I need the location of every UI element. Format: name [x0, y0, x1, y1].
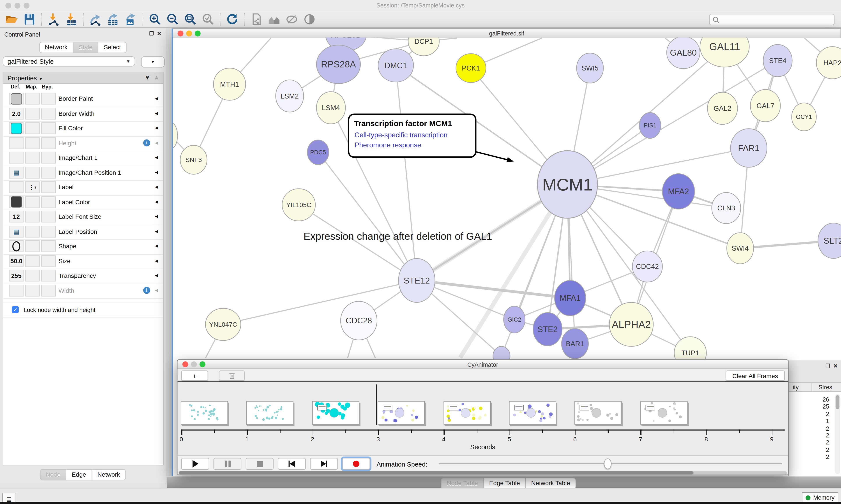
animation-speed-slider[interactable]: [439, 463, 782, 464]
byp-cell[interactable]: [41, 181, 56, 193]
network-node-PDC5[interactable]: PDC5: [307, 140, 329, 165]
def-cell[interactable]: [9, 122, 24, 134]
expand-row-icon[interactable]: ◀: [155, 184, 158, 189]
network-node-DMC1[interactable]: DMC1: [378, 49, 414, 82]
open-session-button[interactable]: [4, 12, 19, 27]
column-ity[interactable]: ity: [793, 384, 799, 390]
network-node-STE12[interactable]: STE12: [399, 258, 435, 302]
network-node-YNL047C[interactable]: YNL047C: [205, 308, 241, 340]
expand-row-icon[interactable]: ◀: [155, 111, 158, 115]
map-cell[interactable]: [25, 226, 40, 237]
def-cell[interactable]: [9, 196, 24, 208]
timeline-frame-1[interactable]: [246, 401, 294, 425]
play-button[interactable]: [181, 458, 209, 470]
annotation-link[interactable]: Pheromone response: [355, 141, 421, 149]
delete-frame-button[interactable]: [219, 371, 245, 381]
map-cell[interactable]: [25, 108, 40, 119]
zoom-selected-button[interactable]: [201, 12, 216, 27]
search-input[interactable]: [721, 15, 834, 24]
network-node-FAR1[interactable]: FAR1: [731, 129, 767, 167]
def-cell[interactable]: 50.0: [9, 255, 24, 267]
network-node-MFA1[interactable]: MFA1: [555, 281, 586, 316]
table-cell-value[interactable]: 1: [789, 418, 829, 424]
def-cell[interactable]: ▤: [9, 226, 24, 237]
network-node-SNF3[interactable]: SNF3: [180, 145, 207, 174]
canvas-caption-text[interactable]: Expression change after deletion of GAL1: [304, 231, 492, 242]
network-node-MTH1[interactable]: MTH1: [214, 68, 246, 100]
property-row-border-width[interactable]: 2.0Border Width◀: [3, 106, 163, 122]
map-cell[interactable]: [25, 137, 40, 149]
timeline-frame-7[interactable]: [640, 401, 688, 425]
timeline-frame-6[interactable]: [575, 401, 622, 425]
map-cell[interactable]: [25, 255, 40, 267]
timeline-scrollbar[interactable]: [179, 471, 787, 475]
style-selector-dropdown[interactable]: galFiltered Style ▼: [3, 56, 135, 67]
clear-all-frames-button[interactable]: Clear All Frames: [726, 371, 785, 381]
network-node-YIL105C[interactable]: YIL105C: [282, 189, 315, 221]
property-row-label-color[interactable]: Label Color◀: [3, 195, 163, 210]
network-node-PCK1[interactable]: PCK1: [456, 54, 486, 83]
byp-cell[interactable]: [41, 270, 56, 282]
zoom-in-button[interactable]: [147, 12, 162, 27]
import-network-button[interactable]: [46, 12, 61, 27]
table-cell-value[interactable]: 2: [789, 447, 829, 453]
expand-all-icon[interactable]: ⩔: [146, 74, 149, 81]
byp-cell[interactable]: [41, 240, 56, 252]
table-cell-value[interactable]: 2: [789, 432, 829, 438]
expand-row-icon[interactable]: ◀: [155, 229, 158, 233]
tab-select[interactable]: Select: [99, 42, 127, 53]
map-cell[interactable]: [25, 240, 40, 252]
cyanimator-titlebar[interactable]: CyAnimator: [178, 360, 788, 369]
tab-network[interactable]: Network: [39, 42, 73, 53]
table-cell-value[interactable]: 26: [789, 396, 829, 403]
import-table-button[interactable]: [64, 12, 79, 27]
network-node-RPS28A[interactable]: RPS28A: [317, 45, 360, 84]
map-cell[interactable]: [25, 122, 40, 134]
skip-end-button[interactable]: [310, 458, 338, 470]
expand-row-icon[interactable]: ◀: [155, 288, 158, 292]
def-cell[interactable]: [9, 137, 24, 149]
network-node-GAL80[interactable]: GAL80: [667, 37, 700, 69]
table-cell-value[interactable]: 2: [789, 411, 829, 417]
byp-cell[interactable]: [41, 211, 56, 222]
contrast-eye-button[interactable]: [302, 12, 317, 27]
timeline-playhead[interactable]: [376, 384, 377, 425]
def-cell[interactable]: ▤: [9, 166, 24, 178]
info-icon[interactable]: i: [143, 139, 150, 146]
map-cell[interactable]: [25, 196, 40, 208]
map-cell[interactable]: ⋮›: [25, 181, 40, 193]
column-stress[interactable]: Stres: [819, 384, 832, 390]
def-cell[interactable]: [9, 93, 24, 105]
frame-timeline[interactable]: 0123456789 Seconds: [178, 383, 788, 455]
byp-cell[interactable]: [41, 196, 56, 208]
byp-cell[interactable]: [41, 166, 56, 178]
network-node-LSM2[interactable]: LSM2: [276, 80, 304, 112]
expand-row-icon[interactable]: ◀: [155, 258, 158, 263]
lock-size-checkbox[interactable]: ✓: [12, 306, 19, 313]
expand-row-icon[interactable]: ◀: [155, 155, 158, 160]
expand-row-icon[interactable]: ◀: [155, 199, 158, 204]
expand-row-icon[interactable]: ◀: [155, 140, 158, 145]
byp-cell[interactable]: [41, 137, 56, 149]
network-node-GAL2[interactable]: GAL2: [708, 92, 737, 124]
map-cell[interactable]: [25, 211, 40, 222]
network-snapshot-button[interactable]: [249, 12, 264, 27]
zoom-fit-button[interactable]: [183, 12, 198, 27]
expand-row-icon[interactable]: ◀: [155, 244, 158, 248]
expand-row-icon[interactable]: ◀: [155, 273, 158, 278]
zoom-out-button[interactable]: [165, 12, 180, 27]
network-node-MCM1[interactable]: MCM1: [537, 151, 597, 218]
skip-start-button[interactable]: [278, 458, 306, 470]
table-scrollbar[interactable]: [835, 394, 840, 474]
tab-network[interactable]: Network: [92, 469, 126, 480]
table-cell-value[interactable]: 2: [789, 454, 829, 460]
byp-cell[interactable]: [41, 122, 56, 134]
stop-button[interactable]: [246, 458, 273, 470]
byp-cell[interactable]: [41, 284, 56, 296]
network-node-ALPHA2[interactable]: ALPHA2: [609, 302, 653, 346]
network-window-titlebar[interactable]: galFiltered.sif: [173, 29, 841, 37]
network-node-BAR1[interactable]: BAR1: [561, 329, 588, 359]
property-row-fill-color[interactable]: Fill Color◀: [3, 121, 163, 137]
timeline-frame-2[interactable]: [312, 401, 359, 425]
timeline-frame-4[interactable]: [443, 401, 490, 425]
